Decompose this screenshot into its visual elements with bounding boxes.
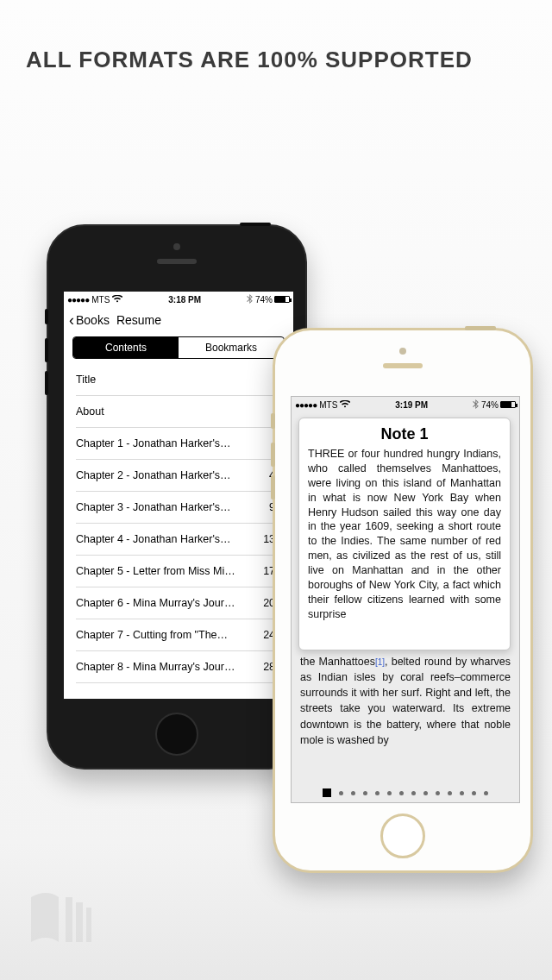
bluetooth-icon — [473, 399, 479, 411]
toc-row[interactable]: Chapter 5 - Letter from Miss Mi…175 — [76, 556, 281, 587]
clock: 3:18 PM — [122, 295, 247, 305]
volume-up — [45, 338, 48, 362]
toc-label: Chapter 4 - Jonathan Harker's… — [76, 533, 231, 545]
toc-label: Chapter 6 - Mina Murray's Jour… — [76, 597, 235, 609]
svg-rect-2 — [86, 908, 91, 942]
page-dot[interactable] — [339, 791, 343, 795]
front-camera — [173, 243, 180, 250]
toc-row[interactable]: Chapter 4 - Jonathan Harker's…131 — [76, 524, 281, 556]
page-dot[interactable] — [411, 791, 416, 795]
wifi-icon — [112, 295, 122, 305]
page-dot[interactable] — [399, 791, 404, 795]
front-camera — [399, 348, 406, 355]
svg-rect-0 — [66, 897, 72, 942]
toc-row[interactable]: Chapter 6 - Mina Murray's Jour…201 — [76, 587, 281, 619]
toc-row[interactable]: Chapter 7 - Cutting from "The…243 — [76, 619, 281, 651]
tab-contents[interactable]: Contents — [73, 337, 179, 358]
marketing-headline: ALL FORMATS ARE 100% SUPPORTED — [26, 47, 473, 73]
mute-switch — [45, 309, 48, 324]
volume-up — [271, 443, 275, 467]
toc-list: Title2About3Chapter 1 - Jonathan Harker'… — [76, 364, 281, 683]
toc-label: Chapter 3 - Jonathan Harker's… — [76, 501, 231, 513]
toc-label: Chapter 2 - Jonathan Harker's… — [76, 469, 231, 481]
carrier-label: MTS — [91, 295, 110, 305]
note-popover[interactable]: Note 1 THREE or four hundred hungry Indi… — [298, 418, 511, 650]
segmented-control: Contents Bookmarks — [72, 336, 285, 359]
back-button[interactable]: Books — [76, 313, 110, 327]
nav-bar: ‹ Books Resume — [64, 307, 293, 333]
clock: 3:19 PM — [350, 400, 473, 410]
phone-speaker — [383, 363, 423, 368]
signal-dots-icon: ●●●●● — [295, 400, 317, 410]
page-dot[interactable] — [387, 791, 392, 795]
toc-label: Title — [76, 374, 96, 386]
tab-bookmarks[interactable]: Bookmarks — [179, 337, 284, 358]
toc-label: About — [76, 405, 104, 418]
status-bar: ●●●●● MTS 3:18 PM 74% — [64, 292, 293, 307]
carrier-label: MTS — [319, 400, 337, 410]
toc-label: Chapter 1 - Jonathan Harker's… — [76, 437, 231, 449]
reader-body-pre: the Manhattoes — [300, 656, 375, 668]
page-dot[interactable] — [436, 791, 440, 795]
toc-row[interactable]: Chapter 2 - Jonathan Harker's…49 — [76, 460, 281, 492]
back-chevron-icon[interactable]: ‹ — [69, 312, 74, 328]
toc-row[interactable]: Chapter 3 - Jonathan Harker's…90 — [76, 492, 281, 524]
page-dot[interactable] — [484, 791, 488, 795]
phone-speaker — [157, 259, 197, 264]
brand-logo-icon — [19, 878, 95, 954]
toc-label: Chapter 7 - Cutting from "The… — [76, 629, 228, 641]
page-indicator[interactable] — [300, 788, 511, 797]
page-current-icon — [323, 788, 331, 797]
reader-body[interactable]: the Manhattoes[1], belted round by wharv… — [300, 654, 511, 748]
status-bar: ●●●●● MTS 3:19 PM 74% — [292, 397, 519, 412]
toc-row[interactable]: Chapter 8 - Mina Murray's Jour…285 — [76, 651, 281, 683]
resume-button[interactable]: Resume — [116, 313, 161, 327]
toc-row[interactable]: About3 — [76, 396, 281, 428]
phone-mockup-black: ●●●●● MTS 3:18 PM 74% ‹ Books Resume Con… — [47, 224, 307, 770]
volume-down — [45, 371, 48, 395]
note-title: Note 1 — [308, 425, 501, 443]
phone-mockup-gold: ●●●●● MTS 3:19 PM 74% Note 1 THREE or fo… — [273, 328, 533, 873]
home-button[interactable] — [155, 713, 198, 756]
page-dot[interactable] — [448, 791, 452, 795]
signal-dots-icon: ●●●●● — [67, 295, 89, 305]
toc-row[interactable]: Title2 — [76, 364, 281, 396]
toc-label: Chapter 8 - Mina Murray's Jour… — [76, 661, 235, 673]
page-dot[interactable] — [351, 791, 355, 795]
page-dot[interactable] — [460, 791, 464, 795]
battery-icon — [500, 401, 516, 408]
power-button — [240, 223, 271, 226]
wifi-icon — [340, 400, 350, 410]
screen-contents: ●●●●● MTS 3:18 PM 74% ‹ Books Resume Con… — [64, 292, 293, 699]
battery-pct: 74% — [255, 295, 273, 305]
reader-body-post: , belted round by wharves as Indian isle… — [300, 656, 511, 746]
screen-reader: ●●●●● MTS 3:19 PM 74% Note 1 THREE or fo… — [291, 396, 520, 803]
page-dot[interactable] — [423, 791, 428, 795]
page-dot[interactable] — [363, 791, 367, 795]
bluetooth-icon — [247, 294, 253, 305]
page-dot[interactable] — [375, 791, 380, 795]
volume-down — [271, 475, 275, 499]
battery-icon — [274, 296, 290, 303]
home-button[interactable] — [380, 814, 425, 858]
battery-pct: 74% — [481, 400, 499, 410]
toc-label: Chapter 5 - Letter from Miss Mi… — [76, 565, 235, 577]
note-body: THREE or four hundred hungry Indians, wh… — [308, 447, 501, 622]
toc-row[interactable]: Chapter 1 - Jonathan Harker's…5 — [76, 428, 281, 460]
mute-switch — [271, 413, 275, 429]
footnote-ref[interactable]: [1] — [375, 657, 385, 667]
power-button — [465, 326, 496, 330]
svg-rect-1 — [76, 902, 83, 942]
page-dot[interactable] — [472, 791, 476, 795]
